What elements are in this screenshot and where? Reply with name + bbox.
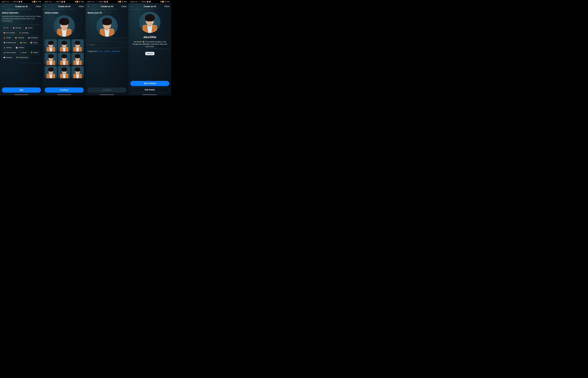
start-chatting-button[interactable]: Start chatting	[130, 81, 169, 86]
watermark-twitter: FOLLOW ME ON HTTPS://TWITTER.COM/ALEX193…	[87, 38, 126, 39]
skip-button[interactable]: Skip	[2, 87, 41, 93]
back-button[interactable]: ←	[45, 5, 47, 8]
nav-pill	[57, 94, 71, 95]
chip-career[interactable]: 💼Career	[2, 36, 13, 40]
selected-avatar	[96, 15, 118, 37]
watermark-threads: FOLLOW ME ON HTTPS://THREADS.NET/@ALEX19…	[2, 24, 41, 25]
close-button[interactable]: Close	[164, 5, 169, 8]
chip-relationships[interactable]: 🧩Relationships	[14, 55, 30, 59]
status-bar: 15:37 ✈ ● ↓ ♡ ↓ VPN N ⏰ ⏰ ✱ 📶 ⚡ 78%	[43, 0, 86, 3]
interest-chips: 🛠️DIY 🐶Animals 🦄Anime 🎨Art & Design 🔆Ast…	[2, 26, 41, 59]
chip-diy[interactable]: 🛠️DIY	[2, 26, 10, 30]
header: ← Create an AI Close	[86, 3, 128, 9]
chip-education[interactable]: 📚Education	[27, 36, 39, 40]
status-icons-left: ✈ ● ↓ ♡ ↓ VPN N ⏰ ⏰	[6, 1, 23, 3]
status-bar: 15:38 ✈ ● ↓ ♡ ↓ VPN N ⏰ ⏰ ✱ 📶 ⚡ 78%	[128, 0, 171, 3]
suggestion-john[interactable]: John	[98, 50, 102, 52]
ai-avatar	[139, 12, 161, 33]
phone-screen-summary: 15:38 ✈ ● ↓ ♡ ↓ VPN N ⏰ ⏰ ✱ 📶 ⚡ 78% ← Cr…	[128, 0, 171, 95]
section-description: Determine which interests your custom AI…	[2, 15, 41, 22]
status-battery: 78%	[81, 1, 84, 3]
selected-avatar	[54, 15, 75, 37]
ai-description: Hey friend! 👋 I can answer questions, ta…	[131, 40, 168, 48]
reserved-badge: reserved	[145, 52, 154, 55]
suggestion-andrew[interactable]: Andrew	[104, 50, 110, 52]
suggestions-label: Suggestions:	[87, 50, 98, 52]
page-title: Create an AI	[58, 5, 70, 8]
chip-music[interactable]: 🎧Music	[18, 51, 28, 54]
status-icons-right: ✱ 📶 ⚡ 77%	[32, 1, 41, 3]
status-time: 15:37	[2, 1, 6, 3]
status-icons-right: ✱ 📶 ⚡ 78%	[160, 1, 170, 3]
status-time: 15:38	[130, 1, 134, 3]
back-button[interactable]: ←	[130, 5, 133, 8]
back-button[interactable]: ←	[87, 5, 90, 8]
nav-pill	[143, 94, 157, 95]
chip-art-design[interactable]: 🎨Art & Design	[2, 31, 17, 35]
avatar-option[interactable]	[45, 39, 57, 52]
continue-button-disabled: Continue	[87, 87, 126, 93]
chip-home-design[interactable]: 🛋️Home Design	[2, 51, 17, 54]
status-time: 15:37	[87, 1, 91, 3]
status-battery: 78%	[166, 1, 170, 3]
chip-food[interactable]: 🍏Food	[18, 41, 28, 45]
section-title: Select interests	[2, 12, 41, 14]
suggestion-sebastian[interactable]: Sebastian	[112, 50, 120, 52]
name-suggestions: Suggestions: John, Andrew, Sebastian	[87, 50, 126, 52]
continue-button[interactable]: Continue	[45, 87, 84, 93]
header: ← Create an AI Close	[0, 3, 43, 9]
header: ← Create an AI Close	[128, 3, 171, 9]
status-icons-right: ✱ 📶 ⚡ 78%	[75, 1, 84, 3]
section-title: Select avatar	[45, 12, 84, 14]
avatar-option[interactable]	[58, 39, 70, 52]
avatar-option[interactable]	[58, 66, 70, 78]
chip-hobbies[interactable]: 🗓️Hobbies	[14, 46, 26, 50]
status-icons-left: ✈ ● ↓ ♡ ↓ VPN N ⏰ ⏰	[49, 1, 65, 3]
avatar-option[interactable]	[71, 39, 84, 52]
close-button[interactable]: Close	[79, 5, 84, 8]
avatar-option[interactable]	[71, 66, 84, 78]
avatar-grid	[45, 39, 84, 78]
chip-astrology[interactable]: 🔆Astrology	[17, 31, 30, 35]
phone-screen-name: @ALEX193A 15:37 ✈ ● ↓ ♡ ↓ VPN N ⏰ ⏰ ✱ 📶 …	[86, 0, 128, 95]
chip-animals[interactable]: 🐶Animals	[11, 26, 23, 30]
close-button[interactable]: Close	[36, 5, 41, 8]
nav-pill	[100, 94, 114, 95]
close-button[interactable]: Close	[122, 5, 126, 8]
header: ← Create an AI Close	[43, 3, 86, 9]
chip-nature[interactable]: 🌳Nature	[29, 51, 40, 54]
page-title: Create an AI	[101, 5, 113, 8]
status-icons-right: ✱ 📶 ⚡ 78%	[118, 1, 127, 3]
page-title: Create an AI	[144, 5, 156, 8]
chip-entertainment[interactable]: 🍿Entertainment	[2, 41, 17, 45]
phone-screen-interests: @ALEX193A 15:37 ✈ ● ↓ ♡ ↓ VPN N ⏰ ⏰ ✱ 📶 …	[0, 0, 43, 95]
chip-funny[interactable]: 🤣Funny	[29, 41, 39, 45]
nav-pill	[14, 94, 28, 95]
status-icons-left: ✈ ● ↓ ♡ ↓ VPN N ⏰ ⏰	[92, 1, 108, 3]
back-button[interactable]: ←	[2, 5, 4, 8]
chip-celebrity[interactable]: ⭐Celebrity	[14, 36, 25, 40]
page-title: Create an AI	[15, 5, 27, 8]
chip-gaming[interactable]: 🕹️Gaming	[2, 46, 13, 50]
status-time: 15:37	[44, 1, 48, 3]
watermark-twitter: FOLLOW ME ON HTTPS://TWITTER.COM/ALEX193…	[130, 48, 169, 49]
chip-anime[interactable]: 🦄Anime	[24, 26, 34, 30]
chip-reading[interactable]: 📖Reading	[2, 55, 14, 59]
phone-screen-avatar: @ALEX193A 15:37 ✈ ● ↓ ♡ ↓ VPN N ⏰ ⏰ ✱ 📶 …	[43, 0, 86, 95]
section-title: Name your AI	[87, 12, 126, 14]
avatar-option[interactable]	[45, 66, 57, 78]
status-battery: 77%	[38, 1, 41, 3]
avatar-option[interactable]	[45, 53, 57, 65]
avatar-option[interactable]	[71, 53, 84, 65]
status-bar: 15:37 ✈ ● ↓ ♡ ↓ VPN N ⏰ ⏰ ✱ 📶 ⚡ 77%	[0, 0, 43, 3]
edit-details-button[interactable]: Edit details	[130, 87, 169, 92]
name-input[interactable]	[87, 41, 126, 48]
status-icons-left: ✈ ● ↓ ♡ ↓ VPN N ⏰ ⏰	[134, 1, 151, 3]
avatar-option[interactable]	[58, 53, 70, 65]
status-bar: 15:37 ✈ ● ↓ ♡ ↓ VPN N ⏰ ⏰ ✱ 📶 ⚡ 78%	[86, 0, 128, 3]
watermark-twitter: FOLLOW ME ON HTTPS://TWITTER.COM/ALEX193…	[2, 63, 41, 63]
status-battery: 78%	[124, 1, 127, 3]
ai-name: alex193a	[130, 35, 169, 39]
